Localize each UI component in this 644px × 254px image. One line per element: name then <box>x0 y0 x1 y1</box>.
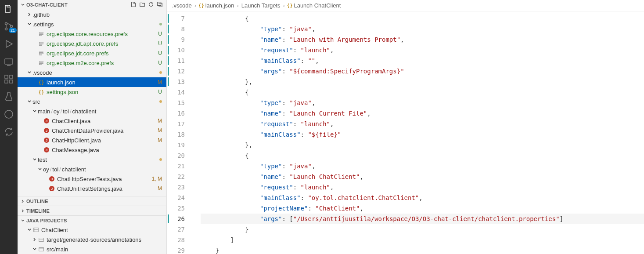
line-number: 13 <box>167 76 191 87</box>
tree-row[interactable]: JChatClientDataProvider.javaM <box>18 126 166 135</box>
git-status-badge: M <box>158 79 162 85</box>
explorer-header[interactable]: O3-CHAT-CLIENT <box>18 0 166 10</box>
tree-row[interactable]: target/generated-sources/annotations <box>18 235 166 244</box>
code-line[interactable]: "request": "launch", <box>201 45 644 55</box>
code-line[interactable]: }, <box>201 140 644 150</box>
tree-row[interactable]: .github <box>18 10 166 19</box>
code-line[interactable]: "mainClass": "oy.tol.chatclient.ChatClie… <box>201 192 644 203</box>
collapse-all-icon[interactable] <box>157 1 163 8</box>
status-dot <box>159 100 162 103</box>
settings-file-icon <box>38 31 45 36</box>
breadcrumb-item[interactable]: { }launch.json <box>199 2 234 9</box>
tree-row[interactable]: .vscode <box>18 68 166 77</box>
tree-row[interactable]: org.eclipse.jdt.core.prefsU <box>18 48 166 58</box>
code-content[interactable]: { "type": "java", "name": "Launch with A… <box>201 11 644 254</box>
chevron-down-icon[interactable] <box>32 247 38 252</box>
line-number: 23 <box>167 182 191 192</box>
code-line[interactable]: "projectName": "ChatClient", <box>201 203 644 214</box>
svg-rect-15 <box>40 45 42 46</box>
code-line[interactable]: "name": "Launch Current File", <box>201 108 644 119</box>
new-folder-icon[interactable] <box>139 1 145 8</box>
file-tree[interactable]: .github.settingsorg.eclipse.core.resourc… <box>18 10 166 196</box>
code-line[interactable]: { <box>201 150 644 161</box>
github-icon[interactable] <box>4 109 14 120</box>
code-line[interactable]: "type": "java", <box>201 161 644 171</box>
code-line[interactable]: }, <box>201 76 644 87</box>
tree-row[interactable]: JChatHttpClient.javaM <box>18 135 166 145</box>
tree-row[interactable]: org.eclipse.core.resources.prefsU <box>18 29 166 39</box>
code-line[interactable]: "name": "Launch ChatClient", <box>201 171 644 182</box>
chevron-down-icon[interactable] <box>32 109 38 114</box>
tree-row[interactable]: ChatClient <box>18 225 166 235</box>
status-dot <box>159 158 162 161</box>
tree-row[interactable]: org.eclipse.m2e.core.prefsU <box>18 58 166 68</box>
tree-row[interactable]: JChatUnitTestSettings.javaM <box>18 184 166 193</box>
breadcrumb-item[interactable]: .vscode <box>172 2 192 9</box>
code-line[interactable]: "args": "${command:SpecifyProgramArgs}" <box>201 66 644 76</box>
breadcrumb[interactable]: .vscode›{ }launch.json›Launch Targets›{ … <box>167 0 644 11</box>
tree-row[interactable]: src <box>18 97 166 106</box>
chevron-down-icon[interactable] <box>32 157 38 162</box>
fold-gutter[interactable] <box>191 11 201 254</box>
code-line[interactable]: "request": "launch", <box>201 119 644 129</box>
line-number: 27 <box>167 224 191 235</box>
timeline-title: TIMELINE <box>26 208 163 214</box>
code-line[interactable]: } <box>201 245 644 254</box>
tree-row[interactable]: oy/tol/chatclient <box>18 164 166 174</box>
git-status-badge: M <box>158 185 162 192</box>
status-dot <box>159 71 162 74</box>
tree-row[interactable]: JChatHttpServerTests.java1, M <box>18 174 166 184</box>
testing-icon[interactable] <box>4 91 14 102</box>
chevron-right-icon[interactable] <box>32 237 38 242</box>
code-line[interactable]: "mainClass": "${file}" <box>201 129 644 140</box>
breadcrumb-item[interactable]: Launch Targets <box>241 2 281 9</box>
tree-row[interactable]: org.eclipse.jdt.apt.core.prefsU <box>18 39 166 48</box>
sync-icon[interactable] <box>4 127 14 137</box>
explorer-icon[interactable] <box>4 4 14 14</box>
code-line[interactable]: "name": "Launch with Arguments Prompt", <box>201 34 644 45</box>
outline-header[interactable]: OUTLINE <box>18 196 166 206</box>
code-line[interactable]: "args": ["/Users/anttijuustila/workspace… <box>201 214 644 224</box>
line-number: 10 <box>167 45 191 55</box>
source-control-icon[interactable]: 21 <box>4 21 14 32</box>
code-line[interactable]: "mainClass": "", <box>201 55 644 66</box>
tree-row[interactable]: src/main <box>18 244 166 254</box>
code-line[interactable]: } <box>201 224 644 235</box>
breadcrumb-item[interactable]: { }Launch ChatClient <box>288 2 341 9</box>
tree-row[interactable]: { }settings.jsonU <box>18 87 166 97</box>
chevron-down-icon[interactable] <box>37 167 43 172</box>
tree-item-label: .github <box>32 11 162 18</box>
line-number: 24 <box>167 192 191 203</box>
tree-item-label: org.eclipse.jdt.core.prefs <box>47 50 156 57</box>
chevron-down-icon[interactable] <box>26 227 32 232</box>
code-line[interactable]: "request": "launch", <box>201 182 644 192</box>
run-debug-icon[interactable] <box>4 39 14 49</box>
project-title: O3-CHAT-CLIENT <box>26 2 130 7</box>
tree-row[interactable]: .settings <box>18 19 166 29</box>
remote-icon[interactable] <box>4 56 14 67</box>
git-status-badge: U <box>158 89 162 95</box>
code-line[interactable]: ] <box>201 235 644 245</box>
tree-row[interactable]: JChatClient.javaM <box>18 116 166 126</box>
tree-row[interactable]: main/oy/tol/chatclient <box>18 106 166 116</box>
tree-row[interactable]: test <box>18 155 166 164</box>
tree-row[interactable]: JChatMessage.java <box>18 145 166 155</box>
java-file-icon: J <box>43 118 50 123</box>
tree-row[interactable]: { }launch.jsonM <box>18 77 166 87</box>
extensions-icon[interactable] <box>4 74 14 84</box>
code-line[interactable]: { <box>201 13 644 24</box>
chevron-down-icon[interactable] <box>26 22 32 27</box>
code-line[interactable]: { <box>201 87 644 98</box>
chevron-down-icon[interactable] <box>26 99 32 104</box>
code-line[interactable]: "type": "java", <box>201 98 644 108</box>
code-area[interactable]: 7891011121314151617181920212223242526272… <box>167 11 644 254</box>
code-line[interactable]: "type": "java", <box>201 24 644 34</box>
chevron-right-icon[interactable] <box>26 12 32 17</box>
new-file-icon[interactable] <box>130 1 137 8</box>
java-projects-header[interactable]: JAVA PROJECTS <box>18 215 166 225</box>
chevron-down-icon[interactable] <box>26 70 32 75</box>
timeline-header[interactable]: TIMELINE <box>18 206 166 215</box>
java-projects-tree[interactable]: ChatClienttarget/generated-sources/annot… <box>18 225 166 254</box>
refresh-icon[interactable] <box>148 1 154 8</box>
svg-point-0 <box>5 23 7 25</box>
